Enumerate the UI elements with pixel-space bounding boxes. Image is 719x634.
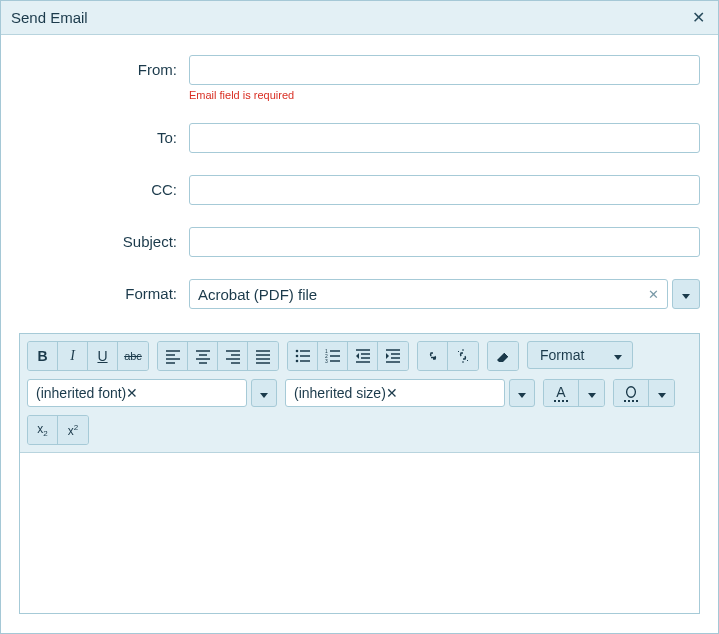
svg-point-2 xyxy=(295,360,298,363)
format-combo-text[interactable]: Acrobat (PDF) file ✕ xyxy=(189,279,668,309)
font-family-text[interactable]: (inherited font) ✕ xyxy=(27,379,247,407)
highlight-icon xyxy=(624,385,638,402)
underline-icon: U xyxy=(97,348,107,364)
clear-format-group xyxy=(487,341,519,371)
numbered-list-icon: 123 xyxy=(325,348,341,364)
eraser-icon xyxy=(495,348,511,364)
highlight-color-button[interactable] xyxy=(614,380,648,406)
to-input[interactable] xyxy=(189,123,700,153)
align-left-icon xyxy=(165,348,181,364)
label-subject: Subject: xyxy=(19,227,189,250)
outdent-icon xyxy=(355,348,371,364)
font-size-combo: (inherited size) ✕ xyxy=(285,379,535,407)
alignment-group xyxy=(157,341,279,371)
list-indent-group: 123 xyxy=(287,341,409,371)
label-to: To: xyxy=(19,123,189,146)
strike-button[interactable]: abc xyxy=(118,342,148,370)
italic-icon: I xyxy=(70,348,75,364)
close-icon: ✕ xyxy=(692,8,705,27)
svg-point-0 xyxy=(295,350,298,353)
font-color-button[interactable]: A xyxy=(544,380,578,406)
label-cc: CC: xyxy=(19,175,189,198)
row-format: Format: Acrobat (PDF) file ✕ xyxy=(19,279,700,309)
row-cc: CC: xyxy=(19,175,700,205)
label-from: From: xyxy=(19,55,189,78)
numbered-list-button[interactable]: 123 xyxy=(318,342,348,370)
size-clear-icon[interactable]: ✕ xyxy=(386,385,398,401)
link-icon xyxy=(425,348,441,364)
superscript-button[interactable]: x2 xyxy=(58,416,88,444)
strikethrough-icon: abc xyxy=(124,350,142,362)
caret-down-icon xyxy=(588,386,596,401)
font-clear-icon[interactable]: ✕ xyxy=(126,385,138,401)
text-style-group: B I U abc xyxy=(27,341,149,371)
font-size-caret[interactable] xyxy=(509,379,535,407)
caret-down-icon xyxy=(260,386,268,401)
align-justify-button[interactable] xyxy=(248,342,278,370)
link-group xyxy=(417,341,479,371)
caret-down-icon xyxy=(682,287,690,302)
message-body[interactable] xyxy=(20,453,699,613)
bold-icon: B xyxy=(37,348,47,364)
font-size-text[interactable]: (inherited size) ✕ xyxy=(285,379,505,407)
outdent-button[interactable] xyxy=(348,342,378,370)
link-button[interactable] xyxy=(418,342,448,370)
from-error: Email field is required xyxy=(189,89,700,101)
editor-toolbar: B I U abc xyxy=(20,334,699,453)
subscript-button[interactable]: x2 xyxy=(28,416,58,444)
label-format: Format: xyxy=(19,279,189,302)
format-combo: Acrobat (PDF) file ✕ xyxy=(189,279,700,309)
row-subject: Subject: xyxy=(19,227,700,257)
unlink-icon xyxy=(455,348,471,364)
font-color-split: A xyxy=(543,379,605,407)
align-center-icon xyxy=(195,348,211,364)
caret-down-icon xyxy=(518,386,526,401)
row-to: To: xyxy=(19,123,700,153)
format-dropdown-label: Format xyxy=(540,347,584,363)
send-email-dialog: Send Email ✕ From: Email field is requir… xyxy=(0,0,719,634)
caret-down-icon xyxy=(614,347,622,363)
align-center-button[interactable] xyxy=(188,342,218,370)
font-family-combo: (inherited font) ✕ xyxy=(27,379,277,407)
align-right-icon xyxy=(225,348,241,364)
highlight-color-split xyxy=(613,379,675,407)
dialog-titlebar: Send Email ✕ xyxy=(1,1,718,35)
script-group: x2 x2 xyxy=(27,415,89,445)
font-color-caret[interactable] xyxy=(578,380,604,406)
highlight-color-caret[interactable] xyxy=(648,380,674,406)
dialog-title: Send Email xyxy=(11,9,688,26)
format-caret-button[interactable] xyxy=(672,279,700,309)
clear-format-button[interactable] xyxy=(488,342,518,370)
font-size-value: (inherited size) xyxy=(294,385,386,401)
indent-icon xyxy=(385,348,401,364)
format-value: Acrobat (PDF) file xyxy=(198,286,317,303)
superscript-icon: x2 xyxy=(68,423,78,438)
font-family-caret[interactable] xyxy=(251,379,277,407)
align-justify-icon xyxy=(255,348,271,364)
format-dropdown[interactable]: Format xyxy=(527,341,633,369)
email-form: From: Email field is required To: CC: Su… xyxy=(1,35,718,333)
close-button[interactable]: ✕ xyxy=(688,8,708,28)
align-right-button[interactable] xyxy=(218,342,248,370)
bullet-list-icon xyxy=(295,348,311,364)
italic-button[interactable]: I xyxy=(58,342,88,370)
svg-text:3: 3 xyxy=(325,358,328,364)
bold-button[interactable]: B xyxy=(28,342,58,370)
indent-button[interactable] xyxy=(378,342,408,370)
cc-input[interactable] xyxy=(189,175,700,205)
svg-point-1 xyxy=(295,355,298,358)
caret-down-icon xyxy=(658,386,666,401)
underline-button[interactable]: U xyxy=(88,342,118,370)
format-clear-icon[interactable]: ✕ xyxy=(648,287,659,302)
font-family-value: (inherited font) xyxy=(36,385,126,401)
font-color-icon: A xyxy=(554,385,568,402)
unlink-button[interactable] xyxy=(448,342,478,370)
row-from: From: Email field is required xyxy=(19,55,700,101)
align-left-button[interactable] xyxy=(158,342,188,370)
bullet-list-button[interactable] xyxy=(288,342,318,370)
subject-input[interactable] xyxy=(189,227,700,257)
message-editor: B I U abc xyxy=(19,333,700,614)
subscript-icon: x2 xyxy=(37,422,47,438)
from-input[interactable] xyxy=(189,55,700,85)
